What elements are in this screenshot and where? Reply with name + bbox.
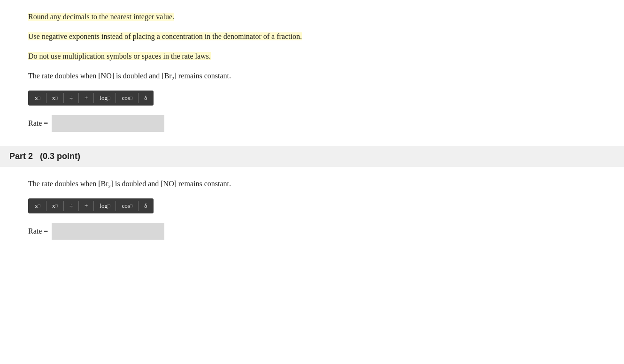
part2-divider-4 [93,201,94,211]
part1-divider-6 [138,93,139,103]
part2-btn-cos[interactable]: cos□ [118,200,136,212]
part1-btn-log[interactable]: log□ [96,92,114,104]
part2-rate-input[interactable] [52,223,164,240]
part1-btn-xsup[interactable]: x□ [31,92,44,104]
part2-points: (0.3 point) [40,152,80,161]
part2-btn-plus[interactable]: + [81,200,92,212]
instruction-line-1: Round any decimals to the nearest intege… [28,11,596,23]
part1-rate-row: Rate = [28,115,596,132]
part1-divider-5 [116,93,116,103]
instruction-line-3: Do not use multiplication symbols or spa… [28,51,596,62]
page-content: Round any decimals to the nearest intege… [0,0,624,273]
part2-divider-5 [116,201,116,211]
part2-toolbar-section: x□ x□ ÷ + log□ cos□ δ [28,198,596,221]
part2-divider-2 [63,201,64,211]
part2-btn-xsup[interactable]: x□ [31,200,44,212]
part1-divider-2 [63,93,64,103]
part1-btn-plus[interactable]: + [81,92,92,104]
part2-divider-3 [78,201,79,211]
part2-header: Part 2 (0.3 point) [0,146,624,167]
part2-title: Part 2 [9,152,33,161]
part1-btn-cos[interactable]: cos□ [118,92,136,104]
part1-rate-input[interactable] [52,115,164,132]
part2-rate-row: Rate = [28,223,596,240]
part2-divider-1 [46,201,46,211]
part2-btn-log[interactable]: log□ [96,200,114,212]
part1-toolbar-section: x□ x□ ÷ + log□ cos□ δ [28,91,596,113]
part2-math-toolbar: x□ x□ ÷ + log□ cos□ δ [28,198,154,213]
part2-description: The rate doubles when [Br2] is doubled a… [28,178,596,190]
part1-divider-4 [93,93,94,103]
part1-btn-divide[interactable]: ÷ [66,92,77,104]
part1-btn-delta[interactable]: δ [140,92,151,104]
part2-btn-divide[interactable]: ÷ [66,200,77,212]
part2-btn-delta[interactable]: δ [140,200,151,212]
part2-btn-xsub[interactable]: x□ [48,200,62,212]
part1-divider-1 [46,93,46,103]
part1-divider-3 [78,93,79,103]
part2-rate-label: Rate = [28,227,48,235]
instruction-line-2: Use negative exponents instead of placin… [28,31,596,42]
part2-divider-6 [138,201,139,211]
part1-rate-label: Rate = [28,119,48,128]
part1-btn-xsub[interactable]: x□ [48,92,62,104]
part1-description: The rate doubles when [NO] is doubled an… [28,70,596,82]
part1-math-toolbar: x□ x□ ÷ + log□ cos□ δ [28,91,154,106]
